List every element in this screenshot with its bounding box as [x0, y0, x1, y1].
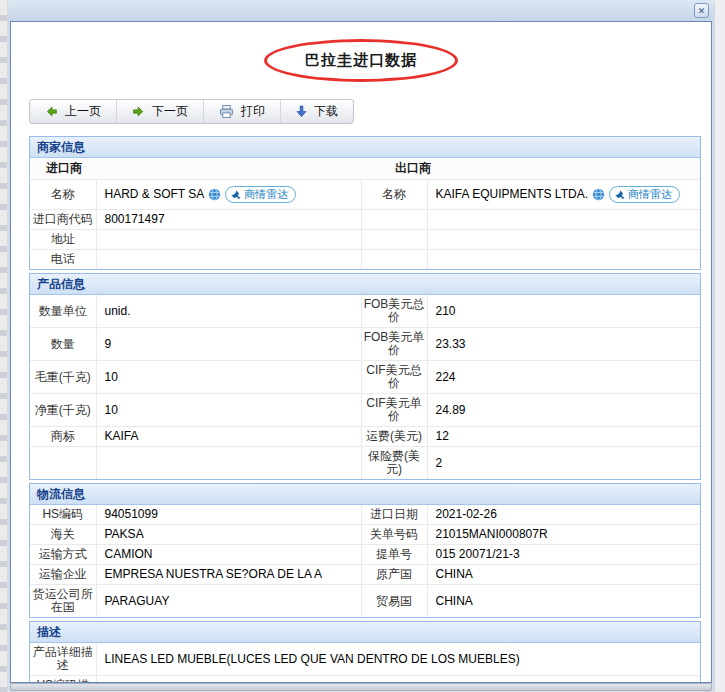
- field-label: 海关: [30, 525, 96, 545]
- table-row: 净重(千克) 10 CIF美元单价 24.89: [30, 394, 700, 427]
- radar-icon: [230, 189, 241, 200]
- importer-name-value: HARD & SOFT SA: [105, 188, 205, 201]
- table-row: 货运公司所在国 PARAGUAY 贸易国 CHINA: [30, 585, 700, 618]
- importer-code-value: 800171497: [96, 210, 361, 230]
- importer-radar-label: 商情雷达: [244, 188, 288, 201]
- table-row: 产品详细描述 LINEAS LED MUEBLE(LUCES LED QUE V…: [30, 643, 700, 676]
- background-page-left: [0, 0, 8, 692]
- exporter-header: 出口商: [361, 158, 700, 180]
- field-value: EMPRESA NUESTRA SE?ORA DE LA A: [96, 565, 361, 585]
- globe-icon[interactable]: [208, 188, 221, 201]
- field-value: CHINA: [427, 585, 700, 618]
- product-table: 数量单位 unid. FOB美元总价 210 数量 9 FOB美元单价 23.3…: [30, 295, 700, 479]
- field-value: 21015MANI000807R: [427, 525, 700, 545]
- field-value: 015 20071/21-3: [427, 545, 700, 565]
- table-row: 进口商代码 800171497: [30, 210, 700, 230]
- blue-arrow-down-icon: [296, 105, 307, 118]
- green-arrow-left-icon: [45, 105, 58, 118]
- dialog-titlebar: ✕: [8, 0, 714, 21]
- field-label: 商标: [30, 427, 96, 447]
- close-icon[interactable]: ✕: [694, 3, 709, 18]
- field-value: CHINA: [427, 565, 700, 585]
- field-label: 数量单位: [30, 295, 96, 328]
- field-value: PAKSA: [96, 525, 361, 545]
- green-arrow-right-icon: [132, 105, 145, 118]
- field-label: [30, 447, 96, 480]
- next-page-button[interactable]: 下一页: [116, 100, 203, 123]
- download-button[interactable]: 下载: [280, 100, 353, 123]
- field-value: 210: [427, 295, 700, 328]
- exporter-radar-badge[interactable]: 商情雷达: [609, 186, 680, 203]
- import-data-dialog: ✕ 巴拉圭进口数据 上一页 下一页: [8, 0, 714, 692]
- print-button[interactable]: 打印: [203, 100, 280, 123]
- table-row: 地址: [30, 230, 700, 250]
- field-label: 产品详细描述: [30, 643, 96, 676]
- field-label: 保险费(美元): [361, 447, 427, 480]
- field-value: 12: [427, 427, 700, 447]
- importer-phone-label: 电话: [30, 250, 96, 270]
- product-info-section: 产品信息 数量单位 unid. FOB美元总价 210 数量 9 FOB美元单价…: [29, 273, 701, 480]
- radar-icon: [614, 189, 625, 200]
- description-section: 描述 产品详细描述 LINEAS LED MUEBLE(LUCES LED QU…: [29, 621, 701, 683]
- field-value: 2021-02-26: [427, 505, 700, 525]
- field-label: HS编码: [30, 505, 96, 525]
- field-value: 224: [427, 361, 700, 394]
- table-row: 运输方式 CAMION 提单号 015 20071/21-3: [30, 545, 700, 565]
- merchant-table: 进口商 出口商 名称 HARD & SOFT SA: [30, 158, 700, 269]
- exporter-radar-label: 商情雷达: [628, 188, 672, 201]
- exporter-empty-label: [361, 250, 427, 270]
- logistics-info-section: 物流信息 HS编码 94051099 进口日期 2021-02-26 海关 PA…: [29, 483, 701, 618]
- field-label: 进口日期: [361, 505, 427, 525]
- background-page-right: [714, 0, 725, 692]
- table-row: 数量 9 FOB美元单价 23.33: [30, 328, 700, 361]
- field-label: 原产国: [361, 565, 427, 585]
- table-row: 名称 HARD & SOFT SA: [30, 180, 700, 210]
- importer-address-value: [96, 230, 361, 250]
- table-row: 商标 KAIFA 运费(美元) 12: [30, 427, 700, 447]
- field-label: 关单号码: [361, 525, 427, 545]
- exporter-name-value: KAIFA EQUIPMENTS LTDA.: [436, 188, 588, 201]
- field-value: 10: [96, 394, 361, 427]
- table-row: 数量单位 unid. FOB美元总价 210: [30, 295, 700, 328]
- field-label: 贸易国: [361, 585, 427, 618]
- importer-name-label: 名称: [30, 180, 96, 210]
- logistics-section-header: 物流信息: [30, 484, 700, 505]
- prev-page-button[interactable]: 上一页: [30, 100, 116, 123]
- table-row: 运输企业 EMPRESA NUESTRA SE?ORA DE LA A 原产国 …: [30, 565, 700, 585]
- table-row: 电话: [30, 250, 700, 270]
- field-value: 9: [96, 328, 361, 361]
- next-page-label: 下一页: [152, 103, 188, 120]
- exporter-empty-value: [427, 230, 700, 250]
- table-row: 进口商 出口商: [30, 158, 700, 180]
- field-value: [96, 447, 361, 480]
- download-label: 下载: [314, 103, 338, 120]
- field-label: 运输方式: [30, 545, 96, 565]
- exporter-name-label: 名称: [361, 180, 427, 210]
- description-table: 产品详细描述 LINEAS LED MUEBLE(LUCES LED QUE V…: [30, 643, 700, 683]
- table-row: 海关 PAKSA 关单号码 21015MANI000807R: [30, 525, 700, 545]
- print-label: 打印: [241, 103, 265, 120]
- field-label: 净重(千克): [30, 394, 96, 427]
- exporter-empty-label: [361, 230, 427, 250]
- globe-icon[interactable]: [592, 188, 605, 201]
- page-title: 巴拉圭进口数据: [305, 51, 417, 70]
- field-label: CIF美元总价: [361, 361, 427, 394]
- exporter-empty-label: [361, 210, 427, 230]
- logistics-table: HS编码 94051099 进口日期 2021-02-26 海关 PAKSA 关…: [30, 505, 700, 617]
- field-label: 运输企业: [30, 565, 96, 585]
- field-value: 2: [427, 447, 700, 480]
- product-section-header: 产品信息: [30, 274, 700, 295]
- exporter-name-cell: KAIFA EQUIPMENTS LTDA. 商情雷达: [427, 180, 700, 210]
- field-label: 数量: [30, 328, 96, 361]
- merchant-info-section: 商家信息 进口商 出口商 名称 HARD & SOFT SA: [29, 136, 701, 270]
- importer-radar-badge[interactable]: 商情雷达: [225, 186, 296, 203]
- field-value: 10: [96, 361, 361, 394]
- description-section-header: 描述: [30, 622, 700, 643]
- importer-header: 进口商: [30, 158, 361, 180]
- title-area: 巴拉圭进口数据: [11, 38, 711, 86]
- field-value: [96, 676, 700, 684]
- importer-phone-value: [96, 250, 361, 270]
- table-row: 保险费(美元) 2: [30, 447, 700, 480]
- importer-address-label: 地址: [30, 230, 96, 250]
- field-value: CAMION: [96, 545, 361, 565]
